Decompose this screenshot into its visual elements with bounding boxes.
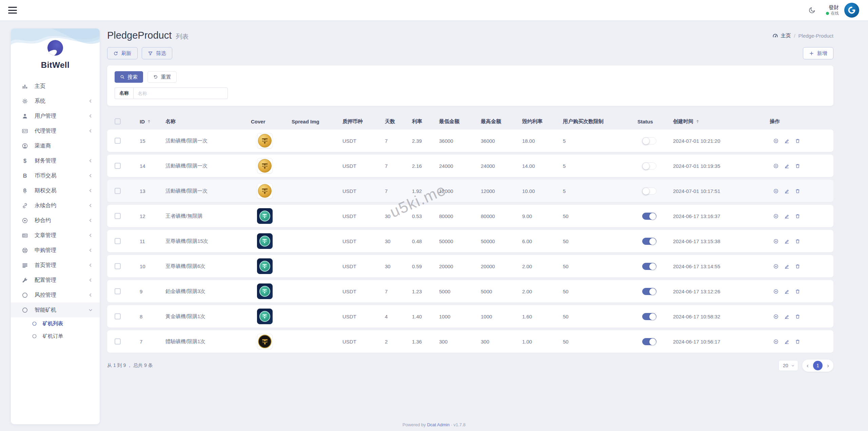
- cell-purchase-limit: 50: [558, 263, 633, 269]
- sidebar-item[interactable]: B期权交易: [11, 183, 100, 198]
- delete-button[interactable]: [795, 314, 801, 319]
- prev-page-button[interactable]: ‹: [806, 363, 810, 369]
- row-checkbox[interactable]: [115, 213, 121, 219]
- funnel-icon: [148, 51, 153, 56]
- filter-button[interactable]: 筛选: [142, 47, 172, 59]
- view-button[interactable]: [773, 314, 779, 319]
- status-toggle[interactable]: [642, 238, 656, 245]
- status-toggle[interactable]: [642, 188, 656, 195]
- sidebar-item[interactable]: 风控管理: [11, 288, 100, 302]
- next-page-button[interactable]: ›: [826, 363, 830, 369]
- row-checkbox[interactable]: [115, 338, 121, 345]
- delete-button[interactable]: [795, 289, 801, 294]
- edit-button[interactable]: [784, 289, 790, 294]
- reset-button[interactable]: 重置: [147, 71, 177, 83]
- edit-button[interactable]: [784, 339, 790, 345]
- current-page-button[interactable]: 1: [813, 361, 823, 370]
- row-checkbox[interactable]: [115, 138, 121, 144]
- row-checkbox[interactable]: [115, 163, 121, 169]
- row-checkbox[interactable]: [115, 313, 121, 319]
- refresh-button[interactable]: 刷新: [107, 47, 138, 59]
- user-menu[interactable]: 發財 在线: [826, 4, 839, 16]
- sidebar-item[interactable]: 永续合约: [11, 198, 100, 213]
- view-button[interactable]: [773, 339, 779, 345]
- column-header: 最高金额: [476, 118, 517, 125]
- sidebar-item[interactable]: 申购管理: [11, 243, 100, 258]
- search-button[interactable]: 搜索: [115, 71, 143, 83]
- view-button[interactable]: [773, 188, 779, 194]
- view-button[interactable]: [773, 163, 779, 169]
- delete-button[interactable]: [795, 188, 801, 194]
- select-all-checkbox[interactable]: [115, 118, 121, 124]
- sidebar-item[interactable]: 首页管理: [11, 258, 100, 273]
- delete-button[interactable]: [795, 263, 801, 269]
- delete-button[interactable]: [795, 163, 801, 169]
- trash-icon: [795, 213, 801, 219]
- edit-icon: [784, 263, 790, 269]
- dark-mode-toggle-icon[interactable]: [808, 6, 816, 14]
- edit-button[interactable]: [784, 188, 790, 194]
- status-toggle[interactable]: [642, 137, 656, 144]
- status-toggle[interactable]: [642, 213, 656, 220]
- delete-button[interactable]: [795, 138, 801, 144]
- avatar[interactable]: [844, 3, 859, 18]
- per-page-select[interactable]: 20: [778, 360, 798, 371]
- sidebar-toggle-icon[interactable]: [8, 7, 17, 14]
- sidebar-item[interactable]: 代理管理: [11, 123, 100, 138]
- sidebar-subitem[interactable]: 矿机订单: [11, 330, 100, 342]
- sidebar-item[interactable]: 配置管理: [11, 273, 100, 288]
- row-checkbox[interactable]: [115, 188, 121, 194]
- sidebar-subitem[interactable]: 矿机列表: [11, 317, 100, 330]
- delete-button[interactable]: [795, 238, 801, 244]
- sidebar-item-label: 用户管理: [35, 113, 88, 120]
- edit-button[interactable]: [784, 314, 790, 319]
- cell-max-amount: 1000: [476, 314, 517, 319]
- sidebar-item[interactable]: 文章管理: [11, 228, 100, 243]
- name-filter-input[interactable]: [133, 87, 228, 99]
- newspaper-icon: [22, 232, 29, 239]
- column-header[interactable]: 创建时间: [668, 118, 765, 125]
- sidebar-item[interactable]: B币币交易: [11, 168, 100, 183]
- sidebar-item[interactable]: 系统: [11, 94, 100, 109]
- row-checkbox[interactable]: [115, 288, 121, 294]
- cell-created-at: 2024-06-17 10:58:32: [668, 314, 765, 319]
- status-toggle[interactable]: [642, 288, 656, 295]
- trash-icon: [795, 238, 801, 244]
- edit-button[interactable]: [784, 213, 790, 219]
- edit-button[interactable]: [784, 163, 790, 169]
- sidebar-item-label: 智能矿机: [35, 307, 88, 314]
- cover-image: [257, 158, 273, 174]
- sidebar-item[interactable]: 秒合约: [11, 213, 100, 228]
- view-button[interactable]: [773, 213, 779, 219]
- cell-rate: 2.39: [407, 138, 434, 144]
- status-toggle[interactable]: [642, 162, 656, 170]
- view-button[interactable]: [773, 238, 779, 244]
- sidebar-item[interactable]: 渠道商: [11, 138, 100, 153]
- row-checkbox[interactable]: [115, 263, 121, 269]
- breadcrumb-home-link[interactable]: 主页: [772, 33, 791, 39]
- circle-icon: [32, 321, 38, 326]
- row-checkbox[interactable]: [115, 238, 121, 244]
- edit-button[interactable]: [784, 138, 790, 144]
- view-button[interactable]: [773, 138, 779, 144]
- sidebar-item[interactable]: 智能矿机: [11, 302, 100, 317]
- edit-button[interactable]: [784, 263, 790, 269]
- status-toggle[interactable]: [642, 263, 656, 270]
- view-button[interactable]: [773, 263, 779, 269]
- status-toggle[interactable]: [642, 313, 656, 320]
- delete-button[interactable]: [795, 339, 801, 345]
- cell-min-amount: 12000: [434, 188, 476, 194]
- dcat-admin-link[interactable]: Dcat Admin: [427, 422, 449, 427]
- sidebar-item[interactable]: $财务管理: [11, 153, 100, 168]
- column-header: Spread Img: [287, 119, 338, 124]
- sidebar-item-label: 财务管理: [35, 157, 88, 164]
- sidebar-item[interactable]: 主页: [11, 79, 100, 94]
- create-button[interactable]: 新增: [803, 47, 833, 59]
- pagination-summary: 从 1 到 9 ， 总共 9 条: [107, 363, 153, 369]
- column-header[interactable]: ID: [135, 119, 161, 124]
- status-toggle[interactable]: [642, 338, 656, 345]
- delete-button[interactable]: [795, 213, 801, 219]
- edit-button[interactable]: [784, 238, 790, 244]
- view-button[interactable]: [773, 289, 779, 294]
- sidebar-item[interactable]: 用户管理: [11, 109, 100, 123]
